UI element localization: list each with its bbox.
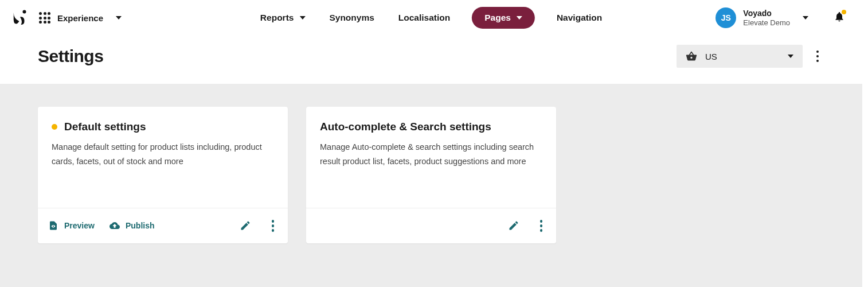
- nav-reports[interactable]: Reports: [258, 8, 308, 28]
- subheader: Settings US: [0, 36, 862, 84]
- publish-label: Publish: [126, 221, 155, 230]
- card-title: Auto-complete & Search settings: [320, 121, 491, 133]
- nav-reports-label: Reports: [260, 13, 294, 23]
- card-body: Auto-complete & Search settings Manage A…: [306, 107, 556, 208]
- nav-pages[interactable]: Pages: [472, 7, 535, 29]
- nav-synonyms-label: Synonyms: [329, 13, 374, 23]
- brand-logo: [11, 9, 29, 26]
- edit-button[interactable]: [237, 218, 253, 234]
- card-autocomplete-search-settings[interactable]: Auto-complete & Search settings Manage A…: [306, 107, 556, 243]
- caret-down-icon: [116, 16, 122, 20]
- preview-button[interactable]: Preview: [48, 220, 95, 231]
- publish-button[interactable]: Publish: [110, 220, 155, 231]
- apps-grid-icon: [39, 12, 50, 24]
- page-more-menu[interactable]: [811, 47, 824, 66]
- topbar: Experience Reports Synonyms Localisation…: [0, 0, 862, 36]
- nav-navigation[interactable]: Navigation: [554, 8, 604, 28]
- caret-down-icon: [517, 16, 522, 20]
- card-more-menu[interactable]: [537, 216, 546, 235]
- nav-localisation-label: Localisation: [398, 13, 450, 23]
- shopping-basket-icon: [686, 51, 697, 62]
- card-description: Manage Auto-complete & search settings i…: [320, 140, 542, 169]
- pencil-icon: [240, 220, 251, 231]
- nav-pages-label: Pages: [484, 13, 511, 23]
- notifications-button[interactable]: [830, 7, 849, 28]
- subheader-right: US: [677, 45, 824, 68]
- card-footer: Preview Publish: [38, 208, 288, 243]
- page-title: Settings: [38, 46, 103, 66]
- preview-icon: [48, 220, 58, 231]
- card-more-menu[interactable]: [268, 216, 278, 235]
- card-body: Default settings Manage default setting …: [38, 107, 288, 208]
- main-nav: Reports Synonyms Localisation Pages Navi…: [258, 7, 604, 29]
- locale-value: US: [705, 52, 717, 61]
- topbar-right: JS Voyado Elevate Demo: [712, 5, 849, 30]
- caret-down-icon: [788, 55, 793, 58]
- card-title: Default settings: [64, 121, 146, 133]
- status-dot-icon: [52, 124, 57, 130]
- card-default-settings[interactable]: Default settings Manage default setting …: [38, 107, 288, 243]
- user-name: Voyado: [743, 9, 790, 18]
- notification-dot-icon: [842, 10, 846, 14]
- preview-label: Preview: [64, 221, 95, 230]
- nav-synonyms[interactable]: Synonyms: [327, 8, 376, 28]
- user-menu[interactable]: JS Voyado Elevate Demo: [712, 5, 812, 30]
- publish-icon: [110, 220, 120, 231]
- caret-down-icon: [803, 16, 808, 20]
- card-footer: [306, 208, 556, 243]
- edit-button[interactable]: [506, 218, 522, 234]
- nav-navigation-label: Navigation: [557, 13, 602, 23]
- card-description: Manage default setting for product lists…: [52, 140, 274, 169]
- locale-select[interactable]: US: [677, 45, 803, 68]
- avatar: JS: [715, 7, 736, 28]
- caret-down-icon: [299, 16, 305, 20]
- avatar-initials: JS: [721, 13, 731, 22]
- content-area: Default settings Manage default setting …: [0, 84, 862, 287]
- pencil-icon: [508, 220, 519, 231]
- app-switcher-label: Experience: [57, 13, 103, 23]
- nav-localisation[interactable]: Localisation: [396, 8, 452, 28]
- user-sub: Elevate Demo: [743, 18, 790, 28]
- svg-point-0: [23, 10, 26, 14]
- app-switcher[interactable]: Experience: [39, 12, 122, 24]
- user-text: Voyado Elevate Demo: [743, 9, 790, 27]
